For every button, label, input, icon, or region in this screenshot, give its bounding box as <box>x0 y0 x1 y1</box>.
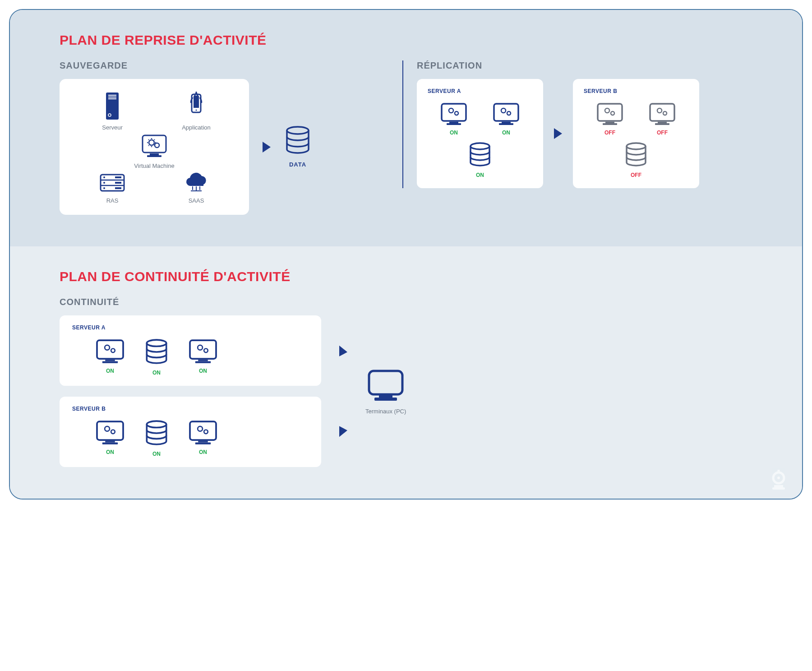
status-on-label: ON <box>106 449 114 455</box>
svg-rect-49 <box>97 340 123 359</box>
svg-point-17 <box>103 182 105 184</box>
continuity-server-a-title: SERVEUR A <box>72 324 309 331</box>
svg-rect-9 <box>150 153 159 155</box>
sauvegarde-label: SAUVEGARDE <box>60 60 389 71</box>
server-a-card: SERVEUR A ON ON <box>417 79 543 188</box>
item-vm-label: Virtual Machine <box>134 162 174 169</box>
svg-point-37 <box>471 143 489 149</box>
panel-continuite: PLAN DE CONTINUITÉ D'ACTIVITÉ CONTINUITÉ… <box>10 246 802 499</box>
monitor-gear-icon <box>188 420 218 446</box>
svg-point-35 <box>501 108 506 113</box>
svg-point-53 <box>111 348 115 352</box>
svg-rect-3 <box>108 98 116 99</box>
item-saas-label: SAAS <box>189 197 204 204</box>
svg-rect-68 <box>195 442 211 444</box>
server-a-m1: ON <box>440 102 468 136</box>
status-on-label: ON <box>152 370 161 376</box>
database-icon <box>284 126 311 157</box>
status-on-label: ON <box>476 172 484 178</box>
svg-point-42 <box>611 111 614 115</box>
svg-rect-38 <box>598 104 622 121</box>
status-on-label: ON <box>199 449 207 455</box>
svg-point-63 <box>105 426 110 431</box>
cont-a-m2: ON <box>188 339 218 376</box>
database-icon <box>143 339 170 367</box>
svg-rect-45 <box>655 123 669 125</box>
item-vm: Virtual Machine <box>120 134 188 169</box>
database-icon <box>624 142 648 169</box>
svg-point-11 <box>149 140 154 145</box>
svg-point-46 <box>657 108 662 113</box>
svg-point-36 <box>507 111 511 115</box>
terminal-block: Terminaux (PC) <box>365 368 406 415</box>
svg-point-59 <box>204 348 208 352</box>
svg-rect-71 <box>369 371 402 394</box>
arrow-right-icon <box>263 142 271 153</box>
svg-rect-61 <box>105 441 115 442</box>
svg-rect-6 <box>194 96 199 108</box>
arrow-right-icon <box>339 425 347 437</box>
svg-point-31 <box>455 111 458 115</box>
status-off-label: OFF <box>657 130 668 136</box>
svg-rect-19 <box>115 176 121 178</box>
svg-rect-1 <box>108 95 116 96</box>
cont-b-db: ON <box>143 420 170 457</box>
panel-reprise: PLAN DE REPRISE D'ACTIVITÉ SAUVEGARDE Se… <box>10 10 802 246</box>
svg-rect-73 <box>374 398 397 401</box>
svg-rect-21 <box>115 187 121 189</box>
svg-rect-43 <box>650 104 674 121</box>
database-icon <box>143 420 170 448</box>
cont-a-db: ON <box>143 339 170 376</box>
cont-b-m2: ON <box>188 420 218 457</box>
terminal-label: Terminaux (PC) <box>365 408 406 415</box>
monitor-gear-icon <box>596 102 624 127</box>
server-a-db: ON <box>468 142 492 178</box>
title-reprise: PLAN DE REPRISE D'ACTIVITÉ <box>60 32 752 48</box>
svg-rect-51 <box>102 361 118 363</box>
data-label: DATA <box>289 161 306 168</box>
svg-rect-27 <box>442 104 466 121</box>
cont-b-m1: ON <box>95 420 125 457</box>
server-b-db: OFF <box>624 142 648 178</box>
svg-rect-29 <box>447 123 461 125</box>
monitor-gear-icon <box>440 102 468 127</box>
svg-rect-39 <box>605 122 614 123</box>
svg-point-54 <box>147 340 166 346</box>
status-on-label: ON <box>502 130 510 136</box>
status-off-label: OFF <box>631 172 641 178</box>
svg-rect-56 <box>198 360 208 361</box>
svg-point-65 <box>147 421 166 427</box>
svg-rect-55 <box>190 340 216 359</box>
svg-point-16 <box>103 176 105 178</box>
svg-rect-66 <box>190 421 216 440</box>
svg-rect-78 <box>772 487 785 490</box>
svg-point-58 <box>198 345 203 350</box>
ras-icon <box>98 172 127 194</box>
item-saas: SAAS <box>162 172 230 204</box>
svg-rect-28 <box>449 122 458 123</box>
server-a-m2: ON <box>492 102 520 136</box>
svg-point-64 <box>111 430 115 434</box>
svg-rect-67 <box>198 441 208 442</box>
status-off-label: OFF <box>604 130 615 136</box>
item-serveur-label: Serveur <box>102 124 123 131</box>
server-b-m2: OFF <box>648 102 676 136</box>
monitor-gear-icon <box>492 102 520 127</box>
status-on-label: ON <box>450 130 458 136</box>
cont-a-m1: ON <box>95 339 125 376</box>
replication-section: RÉPLICATION SERVEUR A ON ON <box>402 60 752 188</box>
svg-point-18 <box>103 187 105 189</box>
server-a-title: SERVEUR A <box>428 88 532 94</box>
saas-cloud-icon <box>183 172 210 194</box>
continuity-label: CONTINUITÉ <box>60 297 752 307</box>
sauvegarde-card: Serveur Application Virtual <box>60 79 249 215</box>
server-tower-icon <box>103 92 121 120</box>
svg-point-12 <box>155 143 159 148</box>
monitor-gear-icon <box>648 102 676 127</box>
replication-label: RÉPLICATION <box>417 60 752 71</box>
svg-rect-10 <box>147 155 161 157</box>
status-on-label: ON <box>152 451 161 457</box>
continuity-server-a-card: SERVEUR A ON ON ON <box>60 315 321 386</box>
arrows-column <box>339 319 347 463</box>
svg-rect-57 <box>195 361 211 363</box>
